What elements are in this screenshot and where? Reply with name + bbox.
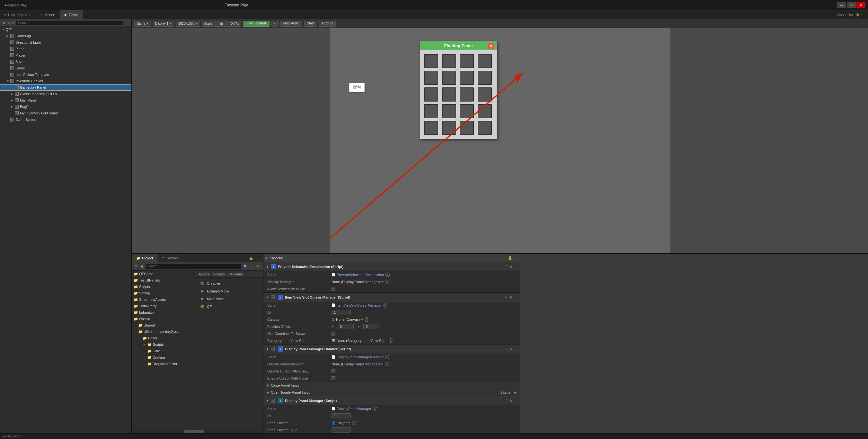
settings-icon-cursor[interactable]: ⚙: [509, 295, 513, 299]
circle-dpm-ref[interactable]: ◎: [385, 362, 389, 367]
tab-scene[interactable]: ◎ Scene: [36, 10, 60, 19]
tree-item-game[interactable]: ▶ Game: [0, 65, 131, 71]
tree-item-inv-grid[interactable]: ▶ My Inventory Grid Panel: [0, 110, 131, 116]
tree-item-gamemgr[interactable]: ▶ GameMgr: [0, 33, 131, 39]
tree-item-qf[interactable]: ▼ QF* ⋮: [0, 26, 131, 33]
folder-editor[interactable]: 📁 Editor: [132, 335, 196, 341]
file-examplemove[interactable]: # ExampleMove: [198, 288, 260, 294]
tree-item-classic[interactable]: ▶ Classic Schema Full La...: [0, 91, 131, 97]
edit-icon-dm-prevent[interactable]: ✏: [381, 280, 383, 284]
floating-panel-close-button[interactable]: ✕: [488, 43, 494, 49]
id-box-cursor[interactable]: 1: [332, 310, 351, 315]
help-icon-cursor[interactable]: ?: [505, 295, 507, 299]
folder-scripts2[interactable]: ▼ 📁 Scripts: [132, 341, 196, 348]
edit-panel-owner[interactable]: ✏: [348, 421, 350, 425]
tree-item-save[interactable]: ▶ Save: [0, 58, 131, 65]
folder-shared[interactable]: 📁 Shared: [132, 322, 196, 328]
checkbox-disable-cursor[interactable]: [332, 369, 335, 373]
more-icon-dpm[interactable]: ⋮: [514, 399, 518, 403]
close-button[interactable]: ✕: [857, 2, 865, 8]
project-filter-button[interactable]: 17: [256, 264, 261, 268]
help-icon-prevent[interactable]: ?: [505, 265, 507, 269]
scale-control[interactable]: Scale ——⬤—— 0.67x: [202, 21, 241, 27]
display-dropdown[interactable]: Display 1 ▼: [153, 21, 174, 27]
script-link-dpm-handler[interactable]: DisplayPanelManagerHandler: [337, 355, 383, 359]
toolbar-more-button[interactable]: ⋮: [860, 22, 865, 26]
circle-dpm-handler[interactable]: ◎: [385, 355, 389, 359]
folder-opsive[interactable]: 📁 Opsive: [132, 316, 196, 322]
project-add-button[interactable]: ⊕: [134, 264, 138, 268]
tree-item-pickup[interactable]: ▶ Item Pickup Template: [0, 71, 131, 78]
y-value[interactable]: 0: [363, 324, 379, 329]
folder-testuipanels[interactable]: 📁 TestUIPanels: [132, 277, 196, 284]
tree-item-directional-light[interactable]: ▶ Directional Light: [0, 39, 131, 46]
settings-icon-dpm[interactable]: ⚙: [509, 399, 513, 403]
open-toggle-header[interactable]: ▶ Open Toggle Panel Input 1 items +: [264, 389, 520, 396]
tree-menu-qf[interactable]: ⋮: [127, 28, 129, 31]
enable-cursor[interactable]: [271, 295, 275, 299]
tab-project[interactable]: 📁 Project: [132, 254, 158, 262]
enable-dpm-handler[interactable]: [271, 347, 275, 351]
lock-icon[interactable]: 🔒: [508, 256, 513, 260]
edit-dpm-ref[interactable]: ✏: [381, 362, 383, 366]
circle-dpm[interactable]: ◎: [373, 407, 377, 411]
folder-crafting[interactable]: 📁 Crafting: [132, 354, 196, 360]
tab-inspector[interactable]: ℹ Inspector 🔒 ⋮: [832, 13, 868, 17]
folder-lubanlib[interactable]: 📁 LubanLib: [132, 309, 196, 316]
project-lock-button[interactable]: 🔒: [248, 256, 254, 260]
settings-icon-prevent[interactable]: ⚙: [509, 265, 513, 269]
open-toggle-add[interactable]: +: [514, 390, 517, 395]
folder-qfgame[interactable]: 📁 QFGame: [132, 271, 196, 277]
circle-canvas[interactable]: ◎: [365, 317, 369, 322]
folder-uis[interactable]: 📁 UltimateInventorySys...: [132, 328, 196, 335]
tab-game[interactable]: ▶ Game: [60, 10, 83, 19]
more-icon-cursor[interactable]: ⋮: [514, 295, 518, 299]
project-menu-button[interactable]: ⋮: [255, 256, 260, 260]
component-header-dpm-handler[interactable]: ▼ # Display Panel Manager Handler (Scrip…: [264, 345, 520, 353]
tree-item-gameplay-panel[interactable]: ▶ Gameplay Panel: [0, 84, 131, 91]
tree-item-plane[interactable]: ▶ Plane: [0, 46, 131, 52]
project-back-button[interactable]: ◀: [140, 264, 144, 268]
minimize-button[interactable]: —: [837, 2, 846, 8]
project-search-icon[interactable]: 🔍: [243, 264, 248, 268]
script-link-prevent[interactable]: PreventSelectableDeselection: [337, 273, 384, 277]
file-creative[interactable]: 🎬 Creative: [198, 280, 260, 287]
close-panel-input-header[interactable]: ▶ Close Panel Input: [264, 382, 520, 389]
hierarchy-menu-button[interactable]: ⋮: [124, 21, 129, 25]
id-box-dpm[interactable]: 1: [332, 413, 351, 418]
tree-item-event-system[interactable]: ▶ Event System: [0, 116, 131, 123]
checkbox-allow-deselect[interactable]: [332, 287, 335, 291]
folder-core[interactable]: 📁 Core: [132, 348, 196, 354]
circle-cursor[interactable]: ◎: [383, 303, 388, 308]
help-icon-dpm[interactable]: ?: [505, 399, 507, 403]
gizmos-button[interactable]: Gizmos: [319, 21, 336, 27]
folder-streaming[interactable]: 📁 StreamingAssets: [132, 296, 196, 303]
circle-category[interactable]: ◎: [389, 339, 393, 343]
mute-audio-button[interactable]: Mute Audio: [280, 21, 302, 27]
script-link-cursor[interactable]: ItemViewSlotCursorManager: [337, 303, 382, 307]
component-header-dpm[interactable]: ▼ # Display Panel Manager (Script) ? ⚙ ⋮: [264, 396, 520, 405]
checkbox-enable-cursor[interactable]: [332, 376, 335, 380]
tree-item-inv-canvas[interactable]: ▼ Inventory Canvas: [0, 78, 131, 84]
hierarchy-search[interactable]: [16, 20, 123, 25]
circle-dm-prevent[interactable]: ◎: [385, 280, 389, 284]
game-dropdown[interactable]: Game ▼: [134, 21, 151, 27]
component-header-cursor[interactable]: ▼ # Item View Slot Cursor Manager (Scrip…: [264, 293, 520, 302]
folder-thirdparty[interactable]: 📁 Third-Party: [132, 303, 196, 309]
stats-button[interactable]: Stats: [304, 21, 317, 27]
folder-scripts[interactable]: 📁 Scripts: [132, 284, 196, 290]
edit-canvas[interactable]: ✏: [361, 318, 364, 321]
hierarchy-add-button[interactable]: ⊕: [2, 21, 6, 25]
panel-owner-link[interactable]: Player: [337, 421, 347, 425]
more-icon-prevent[interactable]: ⋮: [514, 265, 518, 269]
project-search[interactable]: [145, 264, 241, 269]
x-value[interactable]: 0: [338, 324, 354, 329]
tree-item-bagpanel[interactable]: ▶ BagPanel: [0, 104, 131, 110]
script-link-dpm[interactable]: DisplayPanelManager: [337, 407, 371, 411]
checkbox-use-container[interactable]: [332, 332, 335, 335]
tree-item-mainpanel[interactable]: ▶ MainPanel: [0, 97, 131, 104]
settings-icon-dpm-handler[interactable]: ⚙: [509, 347, 513, 351]
inspector-menu-icon[interactable]: ⋮: [514, 256, 518, 260]
circle-prevent[interactable]: ◎: [385, 272, 390, 277]
component-header-prevent[interactable]: ▼ # Prevent Selectable Deselection (Scri…: [264, 262, 520, 271]
